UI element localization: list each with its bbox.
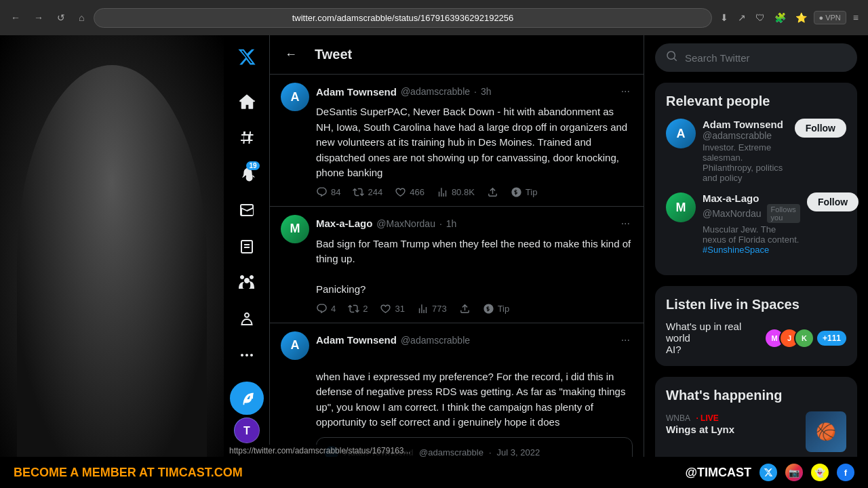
happening-info: WNBA · LIVE Wings at Lynx <box>666 411 799 435</box>
like-action[interactable]: 31 <box>380 303 404 314</box>
views-action[interactable]: 80.8K <box>437 186 475 198</box>
reload-nav-button[interactable]: ↺ <box>53 9 69 26</box>
person-name: Max-a-Lago <box>703 192 759 204</box>
views-count: 773 <box>432 304 447 314</box>
forward-nav-button[interactable]: → <box>30 9 47 26</box>
tweet-text: when have i expressed my preference? For… <box>281 364 633 430</box>
tweet-more-button[interactable]: ··· <box>618 215 633 232</box>
tweet-meta: Adam Townsend @adamscrabble · 3h ··· <box>316 83 633 100</box>
tweet-timestamp: 3h <box>481 86 492 97</box>
whats-happening-section: What's happening WNBA · LIVE Wings at Ly… <box>655 377 857 457</box>
follow-button-adam[interactable]: Follow <box>795 119 846 138</box>
person-avatar[interactable]: M <box>666 192 696 222</box>
facebook-social-icon[interactable]: f <box>837 464 854 481</box>
extension-button[interactable]: 🧩 <box>772 9 789 26</box>
spaces-subtopic: AI? <box>666 344 682 355</box>
tweet-text: DeSantis SuperPAC, Never Back Down - hit… <box>316 104 633 181</box>
tweet-author-name: Adam Townsend <box>316 86 397 98</box>
tweet-button[interactable] <box>230 382 264 415</box>
url-bar[interactable]: twitter.com/adamscrabble/status/16791639… <box>94 8 711 28</box>
spaces-avatars: M J K +111 <box>764 328 846 348</box>
live-badge: · LIVE <box>696 413 718 423</box>
main-container: 19 T <box>0 35 868 488</box>
follow-button-max[interactable]: Follow <box>807 192 859 211</box>
sidebar-item-notifications[interactable]: 19 <box>230 157 264 190</box>
happening-category: WNBA <box>666 413 690 423</box>
shield-icon[interactable]: 🛡 <box>753 9 768 26</box>
tweet-avatar[interactable]: A <box>281 331 309 360</box>
happening-title: What's happening <box>666 388 846 403</box>
handle-text: @TIMCAST <box>685 466 751 480</box>
sidebar-item-more[interactable] <box>230 338 264 371</box>
hashtag-link[interactable]: #SunshineSpace <box>703 245 769 255</box>
tweet-more-button[interactable]: ··· <box>618 331 633 349</box>
search-input[interactable] <box>685 52 846 64</box>
tweet-page-title: Tweet <box>315 47 352 62</box>
sidebar-item-communities[interactable] <box>230 266 264 299</box>
tweet-author-handle: @adamscrabble <box>401 335 470 346</box>
menu-button[interactable]: ≡ <box>850 9 861 26</box>
share-action[interactable] <box>459 303 471 314</box>
happening-item[interactable]: WNBA · LIVE Wings at Lynx 🏀 <box>666 411 846 452</box>
tweet-avatar[interactable]: A <box>281 83 309 111</box>
tweet-header: ← Tweet <box>270 35 644 75</box>
tweet-avatar[interactable]: M <box>281 215 309 243</box>
back-button[interactable]: ← <box>281 43 301 66</box>
tweet-author-row: A Adam Townsend @adamscrabble ··· <box>281 331 633 360</box>
browser-chrome: ← → ↺ ⌂ twitter.com/adamscrabble/status/… <box>0 0 868 35</box>
search-box[interactable] <box>655 43 857 72</box>
tip-label: Tip <box>526 187 538 197</box>
retweet-action[interactable]: 2 <box>348 303 368 314</box>
like-count: 31 <box>395 304 404 314</box>
sidebar-item-lists[interactable] <box>230 230 264 263</box>
tweet-text: Bad sign for Team Trump when they feel t… <box>316 237 633 298</box>
bookmark-button[interactable]: ⭐ <box>793 9 810 26</box>
sidebar-item-explore[interactable] <box>230 121 264 154</box>
sidebar-item-messages[interactable] <box>230 193 264 226</box>
happening-headline: Wings at Lynx <box>666 424 799 435</box>
like-action[interactable]: 466 <box>395 186 425 198</box>
tweet-content: Max-a-Lago @MaxNordau · 1h ··· Bad sign … <box>316 215 633 314</box>
sidebar-item-home[interactable] <box>230 85 264 118</box>
notification-count-badge: 19 <box>246 161 259 170</box>
tweet-author-name: Max-a-Lago <box>316 218 372 229</box>
retweet-count: 2 <box>363 304 368 314</box>
twitter-social-icon[interactable] <box>760 464 777 481</box>
tweet-item[interactable]: A Adam Townsend @adamscrabble · 3h ··· D… <box>270 75 644 207</box>
tweet-actions: 4 2 31 773 <box>316 303 633 314</box>
spaces-item[interactable]: What's up in real world AI? M J K +111 <box>666 321 846 355</box>
download-button[interactable]: ⬇ <box>717 9 731 26</box>
quoted-timestamp: Jul 3, 2022 <box>497 447 540 457</box>
sidebar-item-profile[interactable] <box>230 302 264 336</box>
tweet-author-info: Adam Townsend @adamscrabble · 3h <box>316 86 492 98</box>
tip-label: Tip <box>498 304 510 314</box>
search-icon <box>666 50 678 65</box>
user-avatar[interactable]: T <box>234 418 260 443</box>
reply-action[interactable]: 84 <box>316 186 340 198</box>
tweet-author-name: Adam Townsend <box>316 334 397 346</box>
back-nav-button[interactable]: ← <box>7 9 24 26</box>
tweet-meta: Adam Townsend @adamscrabble ··· <box>316 331 633 349</box>
tweet-time: · <box>439 218 442 229</box>
person-avatar[interactable]: A <box>666 119 696 148</box>
twitter-logo[interactable] <box>232 42 262 77</box>
vpn-button[interactable]: ● VPN <box>814 11 846 24</box>
home-nav-button[interactable]: ⌂ <box>75 9 88 26</box>
browser-actions: ⬇ ↗ 🛡 🧩 ⭐ ● VPN ≡ <box>717 9 862 26</box>
retweet-action[interactable]: 244 <box>353 186 382 198</box>
tip-action[interactable]: Tip <box>511 186 538 198</box>
tweet-time: · <box>474 86 477 97</box>
banner-right: @TIMCAST 📷 👻 f <box>685 464 854 481</box>
instagram-social-icon[interactable]: 📷 <box>785 464 803 481</box>
snapchat-social-icon[interactable]: 👻 <box>811 464 829 481</box>
banner-left-text: BECOME A MEMBER AT TIMCAST.COM <box>14 466 243 480</box>
share-button[interactable]: ↗ <box>735 9 749 26</box>
tweet-more-button[interactable]: ··· <box>618 83 633 100</box>
happening-img-inner: 🏀 <box>806 411 846 452</box>
tip-action[interactable]: Tip <box>483 303 510 314</box>
tweet-item[interactable]: A Adam Townsend @adamscrabble ··· when h… <box>270 323 644 458</box>
share-action[interactable] <box>487 186 498 198</box>
views-action[interactable]: 773 <box>417 303 447 314</box>
tweet-item[interactable]: M Max-a-Lago @MaxNordau · 1h ··· Bad sig… <box>270 207 644 323</box>
reply-action[interactable]: 4 <box>316 303 336 314</box>
